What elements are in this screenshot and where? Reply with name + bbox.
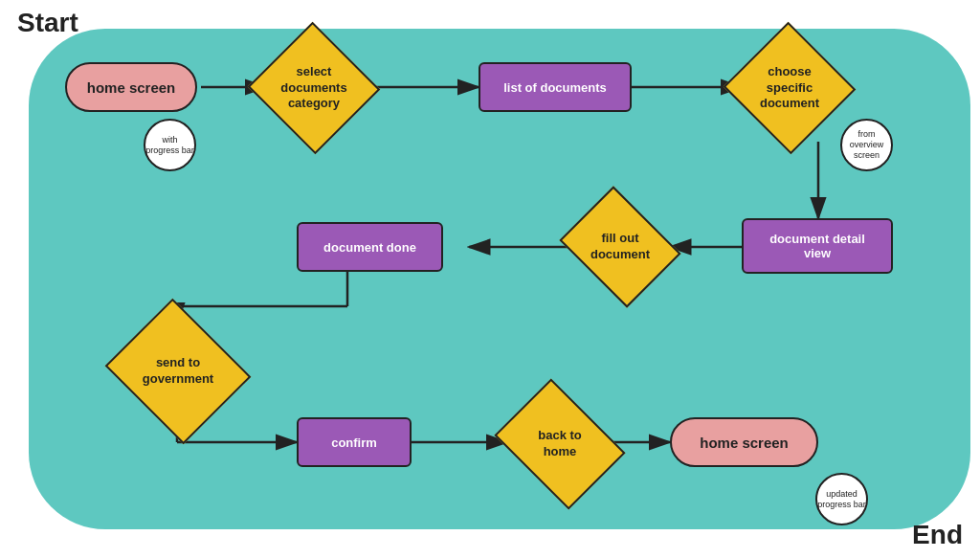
list-of-documents-node: list of documents: [479, 62, 632, 112]
end-label: End: [912, 520, 963, 550]
start-label: Start: [17, 8, 78, 38]
updated-progress-annotation: updated progress bar: [815, 473, 868, 525]
send-to-government-node: send to government: [122, 324, 234, 419]
confirm-node: confirm: [297, 417, 412, 467]
home-screen-start-node: home screen: [65, 62, 197, 112]
document-detail-node: document detail view: [742, 218, 893, 274]
from-overview-annotation: from overview screen: [840, 119, 893, 171]
home-screen-end-node: home screen: [670, 417, 818, 467]
choose-specific-node: choose specific document: [742, 42, 837, 134]
fill-out-node: fill out document: [572, 209, 668, 285]
select-category-node: select documents category: [266, 42, 362, 134]
canvas: Start End home scre: [0, 0, 980, 558]
document-done-node: document done: [297, 222, 443, 272]
progress-bar-annotation: with progress bar: [144, 119, 196, 171]
back-to-home-node: back to home: [507, 404, 612, 484]
